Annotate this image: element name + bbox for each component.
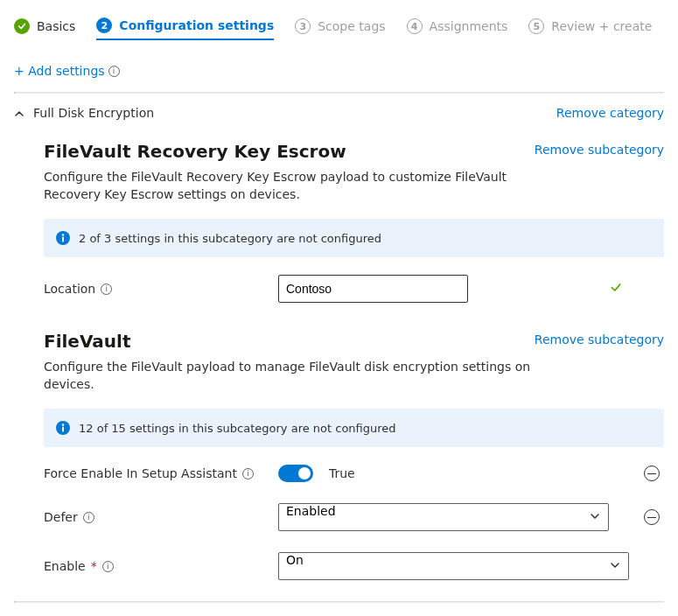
info-icon[interactable]: i [102,561,114,572]
svg-rect-2 [62,237,64,242]
subcategory-description: Configure the FileVault Recovery Key Esc… [44,169,534,203]
step-configuration-settings[interactable]: 2 Configuration settings [96,18,274,40]
subcategory-filevault-escrow: FileVault Recovery Key Escrow Remove sub… [44,134,664,303]
info-icon[interactable]: i [242,468,254,480]
checkmark-icon [610,282,622,297]
setting-row-defer: Defer i Enabled [44,503,664,531]
info-icon [56,421,70,435]
step-review-create[interactable]: 5 Review + create [528,18,652,39]
check-icon [14,18,30,34]
category-title: Full Disk Encryption [33,106,154,120]
step-label: Scope tags [318,19,385,33]
info-text: 2 of 3 settings in this subcategory are … [79,232,381,245]
wizard-stepper: Basics 2 Configuration settings 3 Scope … [14,14,664,48]
select-value: Enabled [286,504,336,518]
setting-row-enable: Enable * i On [44,552,664,580]
setting-label: Force Enable In Setup Assistant [44,466,237,480]
location-input[interactable] [278,275,468,303]
step-basics[interactable]: Basics [14,18,75,39]
info-icon[interactable]: i [101,284,112,295]
step-scope-tags[interactable]: 3 Scope tags [295,18,385,39]
info-banner: 2 of 3 settings in this subcategory are … [44,219,664,257]
step-label: Configuration settings [119,18,274,32]
setting-label: Enable [44,559,86,573]
setting-label: Location [44,282,95,296]
info-icon[interactable]: i [108,66,120,77]
toggle-value-text: True [329,466,355,480]
remove-subcategory-link[interactable]: Remove subcategory [535,134,664,157]
remove-category-link[interactable]: Remove category [556,106,664,120]
info-text: 12 of 15 settings in this subcategory ar… [79,422,396,435]
step-badge: 4 [407,18,423,34]
step-label: Review + create [551,19,652,33]
info-banner: 12 of 15 settings in this subcategory ar… [44,409,664,447]
divider [14,601,664,603]
defer-select[interactable]: Enabled [278,503,609,531]
remove-setting-button[interactable] [644,509,660,525]
add-settings-label: + Add settings [14,64,105,78]
info-icon [56,231,70,245]
info-icon[interactable]: i [83,512,94,523]
chevron-up-icon[interactable] [14,108,24,118]
remove-setting-button[interactable] [644,466,660,481]
force-enable-toggle[interactable] [278,465,313,482]
select-value: On [286,553,304,567]
step-badge: 5 [528,18,544,34]
remove-subcategory-link[interactable]: Remove subcategory [535,324,664,346]
svg-point-1 [62,234,64,235]
svg-rect-5 [62,427,64,432]
step-label: Assignments [430,19,508,33]
step-badge: 2 [96,18,112,33]
required-indicator: * [91,559,97,573]
subcategory-title: FileVault [44,331,130,352]
subcategory-description: Configure the FileVault payload to manag… [44,359,534,393]
setting-row-force-enable: Force Enable In Setup Assistant i True [44,465,664,482]
add-settings-link[interactable]: + Add settings i [14,64,664,78]
step-label: Basics [37,19,75,33]
svg-point-4 [62,424,64,426]
category-header: Full Disk Encryption Remove category [14,94,664,129]
enable-select[interactable]: On [278,552,629,580]
step-badge: 3 [295,18,311,34]
step-assignments[interactable]: 4 Assignments [407,18,508,39]
setting-row-location: Location i [44,275,664,303]
subcategory-filevault: FileVault Remove subcategory Configure t… [44,324,664,580]
subcategory-title: FileVault Recovery Key Escrow [44,141,346,162]
setting-label: Defer [44,510,78,524]
